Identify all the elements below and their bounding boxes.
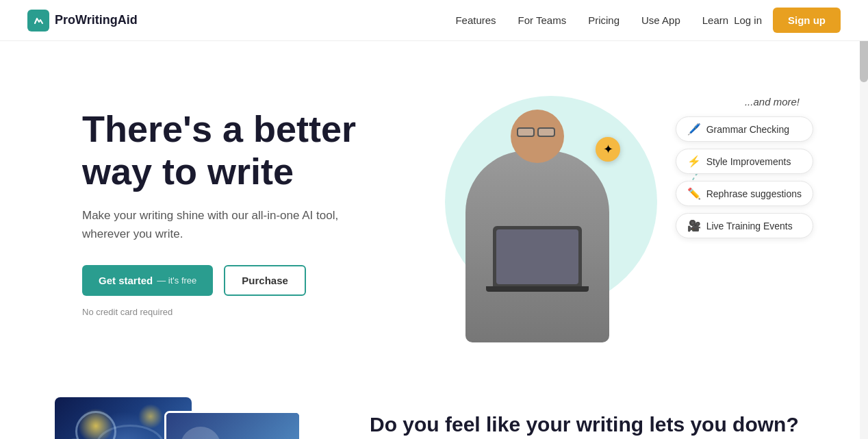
section-2-title: Do you feel like your writing lets you d… — [370, 411, 813, 438]
signup-button[interactable]: Sign up — [773, 8, 841, 33]
training-icon: 🎥 — [687, 219, 701, 232]
hero-content: There's a better way to write Make your … — [82, 108, 424, 318]
get-started-label: Get started — [99, 275, 153, 286]
hero-subtitle: Make your writing shine with our all-in-… — [82, 206, 370, 243]
pill-grammar: 🖊️ Grammar Checking — [676, 116, 813, 142]
nav-use-app[interactable]: Use App — [641, 14, 680, 26]
rephrase-icon: ✏️ — [687, 187, 701, 200]
hero-section: There's a better way to write Make your … — [0, 41, 868, 370]
pill-grammar-label: Grammar Checking — [706, 124, 789, 135]
star-badge: ✦ — [596, 137, 620, 162]
hero-buttons: Get started — it's free Purchase — [82, 265, 424, 296]
feature-pills: 🖊️ Grammar Checking ⚡ Style Improvements… — [676, 116, 813, 238]
free-label: — it's free — [157, 275, 196, 286]
hero-illustration: ...and more! 🖊️ Grammar Checking ⚡ Style… — [424, 82, 813, 342]
pill-style: ⚡ Style Improvements — [676, 149, 813, 174]
brand-logo-icon — [27, 10, 49, 32]
pill-rephrase: ✏️ Rephrase suggestions — [676, 181, 813, 206]
nav-links: Features For Teams Pricing Use App Learn — [455, 14, 728, 27]
section-2-content: Do you feel like your writing lets you d… — [370, 397, 813, 439]
style-icon: ⚡ — [687, 155, 701, 168]
nav-for-teams[interactable]: For Teams — [518, 14, 567, 26]
login-button[interactable]: Log in — [734, 14, 762, 26]
pill-training: 🎥 Live Training Events — [676, 213, 813, 238]
nav-learn[interactable]: Learn — [702, 14, 728, 26]
brand-link[interactable]: ProWritingAid — [27, 10, 138, 32]
brand-name: ProWritingAid — [55, 13, 138, 27]
image-front — [164, 411, 301, 439]
section-2: My idea in my head Do you feel like your… — [0, 370, 868, 439]
page-scrollbar[interactable] — [860, 0, 868, 439]
nav-features[interactable]: Features — [455, 14, 496, 26]
navbar: ProWritingAid Features For Teams Pricing… — [0, 0, 868, 41]
laptop — [493, 226, 582, 288]
pill-rephrase-label: Rephrase suggestions — [706, 188, 802, 199]
hero-title: There's a better way to write — [82, 108, 424, 192]
person-glasses — [517, 127, 558, 137]
image-stack: My idea in my head — [55, 397, 301, 439]
nav-pricing[interactable]: Pricing — [588, 14, 620, 26]
person-figure — [465, 110, 609, 342]
and-more-label: ...and more! — [745, 96, 800, 108]
get-started-button[interactable]: Get started — it's free — [82, 265, 213, 296]
no-credit-text: No credit card required — [82, 307, 424, 317]
section-2-images: My idea in my head — [55, 397, 329, 439]
purchase-button[interactable]: Purchase — [224, 265, 306, 296]
pill-training-label: Live Training Events — [706, 221, 793, 231]
pill-style-label: Style Improvements — [706, 156, 791, 167]
grammar-icon: 🖊️ — [687, 123, 701, 136]
laptop-base — [486, 286, 589, 292]
